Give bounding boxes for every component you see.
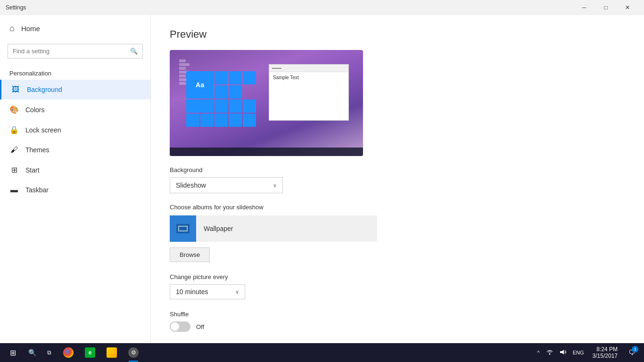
sidebar-item-start[interactable]: ⊞ Start xyxy=(0,160,150,180)
start-icon: ⊞ xyxy=(9,165,19,174)
tile-sm-4 xyxy=(215,85,228,99)
search-icon: 🔍 xyxy=(125,44,142,58)
sidebar-item-taskbar-label: Taskbar xyxy=(25,186,49,194)
start-icon: ⊞ xyxy=(10,348,16,357)
lang-label: ENG xyxy=(573,350,584,355)
sidebar-item-themes-label: Themes xyxy=(25,146,50,154)
background-dropdown-value: Slideshow xyxy=(176,181,206,189)
album-icon xyxy=(170,215,196,242)
tile-sm-12 xyxy=(229,114,242,127)
title-bar: Settings ─ □ ✕ xyxy=(0,0,644,15)
lock-icon: 🔒 xyxy=(9,125,19,134)
preview-tiles-window: Aa xyxy=(186,71,264,154)
minimize-button[interactable]: ─ xyxy=(573,0,595,15)
tile-sm-7 xyxy=(229,99,242,113)
album-name: Wallpaper xyxy=(196,225,241,232)
change-picture-dropdown[interactable]: 10 minutes ∨ xyxy=(170,284,245,299)
sidebar-item-taskbar[interactable]: ▬ Taskbar xyxy=(0,180,150,200)
sidebar-section-label: Personalization xyxy=(0,66,150,80)
svg-marker-1 xyxy=(560,350,564,354)
panel-strip-3 xyxy=(179,67,186,70)
shuffle-toggle[interactable] xyxy=(170,321,190,332)
taskbar-app-evernote[interactable]: e xyxy=(79,343,101,362)
change-picture-value: 10 minutes xyxy=(176,288,208,296)
window-controls: ─ □ ✕ xyxy=(573,0,638,15)
systray-network[interactable] xyxy=(544,343,556,362)
settings-icon: ⚙ xyxy=(128,347,139,358)
sidebar-item-start-label: Start xyxy=(25,166,40,174)
tile-sm-6 xyxy=(215,99,228,113)
systray-volume[interactable] xyxy=(557,343,569,362)
preview-white-window: Sample Text xyxy=(269,64,349,121)
tile-sm-11 xyxy=(215,114,228,127)
taskbar-search-icon: 🔍 xyxy=(28,349,36,356)
tile-sm-1 xyxy=(215,71,228,84)
app-body: ⌂ Home 🔍 Personalization 🖼 Background 🎨 … xyxy=(0,15,644,343)
files-icon xyxy=(107,347,117,358)
content-area: Preview Aa xyxy=(151,15,644,343)
volume-icon xyxy=(560,349,566,356)
panel-strip-2 xyxy=(179,63,190,66)
chevron-icon: ^ xyxy=(537,350,540,355)
notification-button[interactable]: 🗨 3 xyxy=(623,343,640,362)
page-title: Preview xyxy=(170,28,625,41)
shuffle-toggle-row: Off xyxy=(170,321,625,332)
taskbar: ⊞ 🔍 ⧉ e ⚙ ^ xyxy=(0,343,644,362)
sidebar-item-colors[interactable]: 🎨 Colors xyxy=(0,99,150,120)
toggle-knob xyxy=(171,322,179,331)
taskbar-icon: ▬ xyxy=(9,186,19,194)
systray-chevron[interactable]: ^ xyxy=(535,343,543,362)
dropdown-arrow-icon: ∨ xyxy=(273,182,277,189)
sidebar-item-background-label: Background xyxy=(27,86,62,93)
preview-box: Aa xyxy=(170,50,363,156)
window-title-strip xyxy=(272,68,281,69)
evernote-icon: e xyxy=(85,347,95,358)
colors-icon: 🎨 xyxy=(9,105,19,114)
album-icon-inner xyxy=(176,224,190,233)
shuffle-label: Shuffle xyxy=(170,311,625,318)
panel-strip-5 xyxy=(179,74,186,77)
album-item-wallpaper[interactable]: Wallpaper xyxy=(170,215,377,242)
tile-sm-13 xyxy=(243,114,256,127)
tile-sm-10 xyxy=(200,114,214,127)
sidebar-item-themes[interactable]: 🖌 Themes xyxy=(0,140,150,160)
tile-sm-5 xyxy=(229,85,242,99)
background-section-label: Background xyxy=(170,166,625,173)
systray-lang[interactable]: ENG xyxy=(570,343,587,362)
app-title: Settings xyxy=(6,4,26,11)
background-dropdown[interactable]: Slideshow ∨ xyxy=(170,177,283,193)
tile-aa: Aa xyxy=(186,71,214,99)
sidebar-item-colors-label: Colors xyxy=(25,106,44,114)
change-picture-label: Change picture every xyxy=(170,273,625,280)
taskbar-app-chrome[interactable] xyxy=(58,343,79,362)
clock-date: 3/15/2017 xyxy=(593,353,618,359)
themes-icon: 🖌 xyxy=(9,146,19,154)
task-view-button[interactable]: ⧉ xyxy=(41,343,58,362)
task-view-icon: ⧉ xyxy=(47,349,51,356)
taskbar-app-settings[interactable]: ⚙ xyxy=(123,343,144,362)
taskbar-right: ^ ENG 8:24 PM xyxy=(535,343,642,362)
close-button[interactable]: ✕ xyxy=(617,0,638,15)
sidebar-home[interactable]: ⌂ Home xyxy=(0,15,150,42)
notification-badge: 3 xyxy=(632,346,638,353)
tile-sm-3 xyxy=(243,71,256,84)
svg-point-0 xyxy=(549,354,550,355)
preview-sample-text: Sample Text xyxy=(269,72,348,83)
browse-button[interactable]: Browse xyxy=(170,247,210,262)
sidebar-item-background[interactable]: 🖼 Background xyxy=(0,80,150,99)
tile-sm-8 xyxy=(243,99,256,113)
search-box: 🔍 xyxy=(8,44,143,58)
background-icon: 🖼 xyxy=(11,85,20,94)
panel-strip-1 xyxy=(179,59,186,62)
tile-sm-9 xyxy=(186,114,199,127)
sidebar-item-lock-screen[interactable]: 🔒 Lock screen xyxy=(0,120,150,140)
chrome-icon xyxy=(63,347,74,358)
search-input[interactable] xyxy=(8,44,125,58)
taskbar-app-files[interactable] xyxy=(101,343,123,362)
preview-window-title-bar xyxy=(269,65,348,72)
taskbar-search-button[interactable]: 🔍 xyxy=(24,343,41,362)
taskbar-clock[interactable]: 8:24 PM 3/15/2017 xyxy=(588,346,622,359)
network-icon xyxy=(546,349,553,356)
start-button[interactable]: ⊞ xyxy=(2,343,24,362)
maximize-button[interactable]: □ xyxy=(595,0,617,15)
